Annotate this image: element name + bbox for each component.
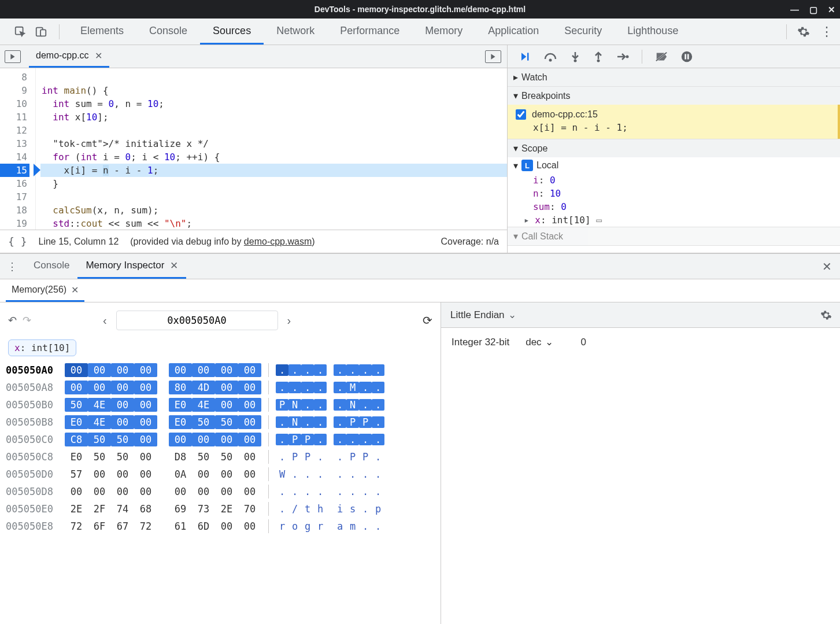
step-icon[interactable] xyxy=(616,51,629,62)
debug-info-source: (provided via debug info by demo-cpp.was… xyxy=(130,237,314,247)
breakpoint-checkbox[interactable] xyxy=(516,109,526,120)
navigator-toggle-icon[interactable] xyxy=(5,50,21,63)
close-file-tab-icon[interactable]: ✕ xyxy=(95,50,102,61)
watch-section-header[interactable]: ▸ Watch xyxy=(508,68,840,86)
tab-network[interactable]: Network xyxy=(264,19,327,45)
callstack-section-header[interactable]: ▾ Call Stack xyxy=(508,227,840,245)
chevron-down-icon: ▾ xyxy=(513,160,518,171)
close-window-button[interactable]: ✕ xyxy=(828,5,835,14)
scope-section-header[interactable]: ▾ Scope xyxy=(508,139,840,157)
chevron-down-icon: ⌄ xyxy=(545,336,553,348)
svg-point-10 xyxy=(682,51,692,61)
endianness-selector[interactable]: Little Endian ⌄ xyxy=(441,302,840,328)
inspector-value-row: Integer 32-bit dec ⌄ 0 xyxy=(441,328,840,356)
file-tabbar: demo-cpp.cc ✕ xyxy=(0,45,507,68)
titlebar: DevTools - memory-inspector.glitch.me/de… xyxy=(0,0,840,19)
svg-point-5 xyxy=(574,59,577,62)
scope-variable[interactable]: sum: 0 xyxy=(508,200,840,213)
tab-console[interactable]: Console xyxy=(136,19,200,45)
step-out-icon[interactable] xyxy=(593,51,604,62)
breakpoint-code: x[i] = n - i - 1; xyxy=(533,122,830,133)
history-forward-icon[interactable]: ↷ xyxy=(23,314,31,327)
maximize-button[interactable]: ▢ xyxy=(809,5,817,14)
step-over-icon[interactable] xyxy=(543,51,557,62)
scope-variable[interactable]: ▸ x: int[10] ▭ xyxy=(508,213,840,227)
svg-point-4 xyxy=(549,58,552,61)
scope-variable[interactable]: i: 0 xyxy=(508,173,840,187)
chevron-down-icon: ▾ xyxy=(513,231,518,242)
main-tabstrip: Elements Console Sources Network Perform… xyxy=(0,19,840,45)
chevron-right-icon: ▸ xyxy=(513,72,518,83)
refresh-icon[interactable]: ⟳ xyxy=(423,313,432,327)
tab-security[interactable]: Security xyxy=(552,19,615,45)
breakpoint-label: demo-cpp.cc:15 xyxy=(532,109,598,120)
memory-tabstrip: Memory(256) ✕ xyxy=(0,279,840,302)
wasm-link[interactable]: demo-cpp.wasm xyxy=(244,237,312,246)
address-input[interactable] xyxy=(116,311,278,330)
history-back-icon[interactable]: ↶ xyxy=(8,314,17,327)
scope-variable[interactable]: n: 10 xyxy=(508,187,840,200)
editor-statusbar: { } Line 15, Column 12 (provided via deb… xyxy=(0,230,507,253)
svg-point-6 xyxy=(597,59,600,62)
drawer-tabstrip: ⋮ Console Memory Inspector ✕ ✕ xyxy=(0,254,840,279)
debugger-toggle-icon[interactable] xyxy=(485,50,501,63)
tab-memory[interactable]: Memory xyxy=(412,19,475,45)
tab-performance[interactable]: Performance xyxy=(327,19,412,45)
chevron-down-icon: ⌄ xyxy=(508,309,516,321)
svg-rect-3 xyxy=(527,53,529,60)
tab-lighthouse[interactable]: Lighthouse xyxy=(615,19,691,45)
memory-tab[interactable]: Memory(256) ✕ xyxy=(6,279,84,302)
object-chip[interactable]: x: int[10] xyxy=(8,339,76,356)
local-badge-icon: L xyxy=(521,160,533,171)
chevron-down-icon: ▾ xyxy=(513,143,518,154)
chevron-down-icon: ▾ xyxy=(513,90,518,101)
drawer-tab-memory-inspector[interactable]: Memory Inspector ✕ xyxy=(77,254,186,279)
more-menu-icon[interactable]: ⋮ xyxy=(820,25,833,38)
scope-local-header[interactable]: ▾ L Local xyxy=(508,157,840,173)
svg-point-7 xyxy=(626,55,629,58)
tab-elements[interactable]: Elements xyxy=(68,19,136,45)
debug-toolbar xyxy=(508,45,840,68)
close-memory-tab-icon[interactable]: ✕ xyxy=(71,285,79,296)
cursor-position: Line 15, Column 12 xyxy=(39,237,119,247)
page-prev-icon[interactable]: ‹ xyxy=(103,314,107,327)
resume-icon[interactable] xyxy=(518,51,531,62)
pretty-print-icon[interactable]: { } xyxy=(8,235,27,248)
window-title: DevTools - memory-inspector.glitch.me/de… xyxy=(314,5,526,14)
close-drawer-icon[interactable]: ✕ xyxy=(822,260,832,274)
step-into-icon[interactable] xyxy=(570,51,580,62)
svg-rect-2 xyxy=(40,29,46,36)
file-tab-label: demo-cpp.cc xyxy=(36,50,89,61)
tab-application[interactable]: Application xyxy=(475,19,552,45)
hex-toolbar: ↶ ↷ ‹ › ⟳ xyxy=(6,306,435,338)
inspector-settings-icon[interactable] xyxy=(820,309,832,321)
file-tab-demo-cpp[interactable]: demo-cpp.cc ✕ xyxy=(29,45,109,68)
breakpoints-section-header[interactable]: ▾ Breakpoints xyxy=(508,87,840,105)
drawer-tab-console[interactable]: Console xyxy=(25,254,77,279)
close-drawer-tab-icon[interactable]: ✕ xyxy=(170,260,178,272)
pause-exceptions-icon[interactable] xyxy=(680,50,693,63)
svg-rect-12 xyxy=(687,54,689,59)
inspector-value: 0 xyxy=(581,337,586,348)
coverage-status: Coverage: n/a xyxy=(441,237,499,247)
tab-sources[interactable]: Sources xyxy=(200,19,264,45)
code-editor[interactable]: 891011121314151617181920 int main() { in… xyxy=(0,68,507,230)
inspector-format-selector[interactable]: dec ⌄ xyxy=(526,336,553,348)
inspector-type: Integer 32-bit xyxy=(452,337,509,348)
page-next-icon[interactable]: › xyxy=(287,314,291,327)
device-toolbar-icon[interactable] xyxy=(35,25,47,38)
drawer-menu-icon[interactable]: ⋮ xyxy=(7,260,17,273)
svg-rect-11 xyxy=(684,54,686,59)
settings-gear-icon[interactable] xyxy=(797,25,810,38)
deactivate-breakpoints-icon[interactable] xyxy=(655,51,668,62)
minimize-button[interactable]: — xyxy=(790,5,799,14)
breakpoint-row[interactable]: demo-cpp.cc:15 x[i] = n - i - 1; xyxy=(508,105,840,139)
inspect-element-icon[interactable] xyxy=(14,25,27,38)
hex-grid[interactable]: 005050A00000000000000000........005050A8… xyxy=(6,363,435,537)
